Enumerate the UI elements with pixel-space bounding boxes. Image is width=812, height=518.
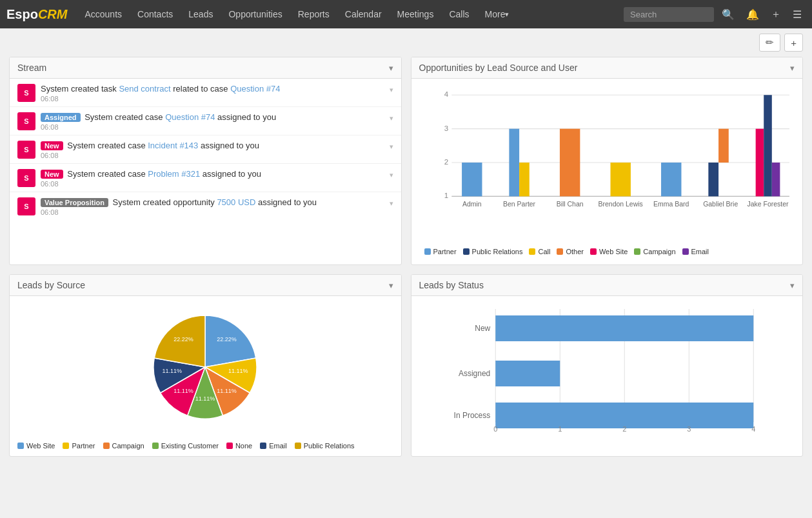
svg-rect-35: [495, 361, 560, 386]
legend-label: Campaign: [112, 442, 144, 450]
search-input[interactable]: [624, 7, 714, 22]
stream-badge: Value Proposition: [41, 198, 108, 207]
stream-text: System created case: [67, 141, 148, 150]
stream-link2[interactable]: Question #74: [230, 84, 280, 94]
stream-link1[interactable]: Incident #143: [148, 141, 198, 150]
nav-search-area: 🔍 🔔 ＋ ☰: [624, 5, 806, 24]
legend-color: [424, 248, 431, 255]
stream-title: Stream: [17, 63, 46, 73]
stream-content: System created task Send contract relate…: [41, 84, 384, 103]
svg-text:1: 1: [444, 192, 448, 200]
stream-text-mid: related to case: [173, 84, 228, 94]
stream-body: SSystem created task Send contract relat…: [10, 79, 401, 220]
leads-status-header: Leads by Status ▾: [411, 275, 803, 296]
stream-time: 06:08: [41, 208, 384, 216]
stream-panel: Stream ▾ SSystem created task Send contr…: [9, 57, 402, 265]
opp-svg: 1 2 3 4 Admin Ben Parter Bill Chan: [418, 85, 797, 240]
svg-rect-37: [495, 403, 753, 428]
stream-text-mid: assigned to you: [203, 169, 261, 179]
stream-content: New System created case Incident #143 as…: [41, 141, 384, 159]
nav-calls[interactable]: Calls: [441, 0, 477, 28]
logo[interactable]: Espo CRM: [6, 7, 67, 22]
stream-item: SNew System created case Problem #321 as…: [10, 164, 401, 192]
stream-badge: Assigned: [41, 113, 81, 122]
svg-rect-12: [519, 163, 530, 196]
stream-item-arrow[interactable]: ▾: [390, 86, 393, 94]
svg-text:0: 0: [493, 425, 497, 433]
svg-rect-16: [610, 163, 630, 196]
main-grid: Stream ▾ SSystem created task Send contr…: [0, 57, 812, 466]
notification-icon[interactable]: 🔔: [742, 6, 763, 23]
legend-color: [152, 443, 159, 449]
leads-source-dropdown[interactable]: ▾: [389, 281, 393, 290]
legend-color: [463, 248, 470, 255]
nav-links: Accounts Contacts Leads Opportunities Re…: [77, 0, 624, 28]
svg-rect-14: [559, 129, 579, 197]
svg-rect-11: [509, 129, 519, 197]
stream-link1[interactable]: Send contract: [119, 84, 170, 94]
legend-color: [529, 248, 535, 255]
legend-label: Other: [566, 248, 584, 255]
stream-avatar: S: [17, 84, 35, 102]
nav-opportunities[interactable]: Opportunities: [221, 0, 290, 28]
svg-text:In Process: In Process: [453, 411, 490, 420]
stream-item-arrow[interactable]: ▾: [390, 143, 393, 151]
opp-chart-panel: Opportunities by Lead Source and User ▾ …: [411, 57, 804, 265]
stream-link1[interactable]: Problem #321: [148, 169, 200, 179]
svg-text:1: 1: [558, 425, 562, 433]
opp-legend-item: Web Site: [590, 248, 628, 255]
svg-text:3: 3: [444, 125, 448, 132]
pie-legend-item: Email: [260, 442, 287, 450]
legend-label: Public Relations: [304, 442, 355, 450]
nav-contacts[interactable]: Contacts: [130, 0, 181, 28]
nav-calendar[interactable]: Calendar: [337, 0, 390, 28]
edit-button[interactable]: ✏: [759, 34, 780, 52]
leads-source-title: Leads by Source: [17, 280, 85, 290]
legend-label: None: [235, 442, 252, 450]
stream-link1[interactable]: Question #74: [165, 112, 215, 122]
legend-color: [17, 443, 24, 449]
search-icon[interactable]: 🔍: [718, 6, 738, 23]
add-widget-button[interactable]: +: [784, 34, 803, 52]
nav-meetings[interactable]: Meetings: [390, 0, 442, 28]
stream-link1[interactable]: 7500 USD: [217, 197, 255, 207]
legend-color: [226, 443, 233, 449]
add-icon[interactable]: ＋: [767, 5, 785, 24]
svg-rect-9: [462, 163, 482, 196]
stream-text: System created case: [84, 112, 165, 122]
svg-text:4: 4: [444, 90, 448, 98]
stream-avatar: S: [17, 112, 35, 130]
stream-dropdown[interactable]: ▾: [389, 63, 393, 73]
nav-more[interactable]: More: [477, 0, 517, 28]
pie-label: 11.11%: [228, 368, 248, 374]
stream-time: 06:08: [41, 95, 384, 103]
svg-text:4: 4: [751, 425, 755, 433]
menu-icon[interactable]: ☰: [789, 6, 806, 23]
nav-leads[interactable]: Leads: [181, 0, 221, 28]
legend-label: Call: [538, 248, 550, 255]
opp-legend-item: Public Relations: [463, 248, 523, 255]
pie-chart-container: 22.22%11.11%11.11%11.11%11.11%11.11%22.2…: [10, 296, 401, 438]
nav-reports[interactable]: Reports: [290, 0, 337, 28]
stream-content: New System created case Problem #321 ass…: [41, 169, 384, 188]
svg-rect-24: [764, 95, 772, 196]
stream-item-arrow[interactable]: ▾: [390, 114, 393, 123]
legend-color: [682, 248, 689, 255]
legend-label: Email: [691, 248, 709, 255]
pie-legend-item: Existing Customer: [152, 442, 219, 450]
leads-status-dropdown[interactable]: ▾: [790, 281, 795, 290]
pie-legend-item: Campaign: [103, 442, 144, 450]
opp-chart-container: 1 2 3 4 Admin Ben Parter Bill Chan: [411, 79, 803, 264]
stream-avatar: S: [17, 197, 35, 215]
stream-item-arrow[interactable]: ▾: [390, 171, 393, 179]
pie-label: 22.22%: [217, 336, 237, 343]
logo-espo: Espo: [6, 7, 38, 22]
stream-item-arrow[interactable]: ▾: [390, 199, 393, 208]
opp-legend-item: Call: [529, 248, 550, 255]
stream-text-mid: assigned to you: [201, 141, 259, 150]
stream-text-mid: assigned to you: [258, 197, 317, 207]
nav-accounts[interactable]: Accounts: [77, 0, 130, 28]
svg-text:Jake Forester: Jake Forester: [747, 201, 789, 208]
opp-chart-dropdown[interactable]: ▾: [790, 63, 795, 73]
svg-text:Gabliel Brie: Gabliel Brie: [703, 201, 738, 208]
